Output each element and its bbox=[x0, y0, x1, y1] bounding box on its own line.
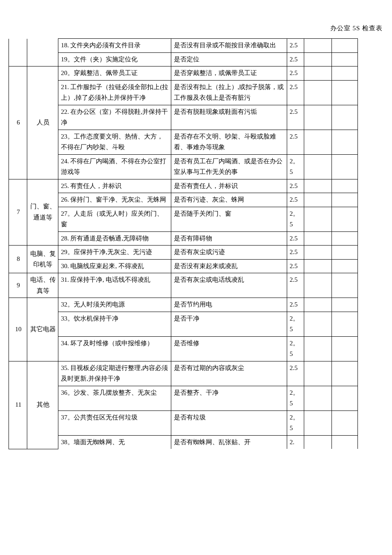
table-row: 6人员20。穿戴整洁、佩带员工证是否穿戴整洁，或佩带员工证2.5 bbox=[9, 66, 358, 81]
blank-cell bbox=[304, 231, 332, 246]
blank-cell bbox=[304, 336, 332, 361]
score: 2.5 bbox=[287, 66, 304, 81]
blank-cell bbox=[304, 52, 332, 66]
table-row: 9电话、传真等31. 应保持干净, 电话线不得凌乱是否有灰尘或电话线凌乱2.5 bbox=[9, 273, 358, 298]
check-standard: 是否有脱鞋现象或鞋面有污垢 bbox=[171, 105, 287, 130]
score: 2.5 bbox=[287, 193, 304, 207]
check-standard: 是否存在不文明、吵架、斗殴或脸难看、事难办等现象 bbox=[171, 130, 287, 154]
check-item: 27。人走后（或无人时）应关闭门、窗 bbox=[58, 207, 171, 231]
blank-cell bbox=[304, 154, 332, 179]
group-number: 11 bbox=[9, 361, 27, 449]
blank-cell bbox=[304, 39, 332, 53]
score: 2。5 bbox=[287, 154, 304, 179]
blank-cell bbox=[332, 386, 358, 410]
check-item: 24. 不得在厂内喝酒、不得在办公室打游戏等 bbox=[58, 154, 171, 179]
table-row: 11其他35. 目视板必须定期进行整理,内容必须及时更新,并保持干净是否有过期的… bbox=[9, 361, 358, 386]
blank-cell bbox=[304, 80, 332, 105]
group-number bbox=[9, 39, 27, 66]
blank-cell bbox=[304, 410, 332, 435]
blank-cell bbox=[304, 179, 332, 193]
group-category: 其它电器 bbox=[27, 298, 58, 361]
check-item: 31. 应保持干净, 电话线不得凌乱 bbox=[58, 273, 171, 298]
check-standard: 是否有灰尘或电话线凌乱 bbox=[171, 273, 287, 298]
blank-cell bbox=[304, 193, 332, 207]
blank-cell bbox=[332, 66, 358, 81]
table-row: 7门、窗、通道等25. 有责任人，并标识是否有责任人，并标识2.5 bbox=[9, 179, 358, 193]
table-row: 38。墙面无蜘蛛网、无是否有蜘蛛网、乱张贴、开2. bbox=[9, 435, 358, 449]
check-item: 34. 坏了及时维修（或申报维修） bbox=[58, 336, 171, 361]
blank-cell bbox=[332, 336, 358, 361]
blank-cell bbox=[332, 246, 358, 260]
group-category: 电脑、复印机等 bbox=[27, 246, 58, 273]
check-standard: 是否整齐、干净 bbox=[171, 386, 287, 410]
check-item: 33。饮水机保持干净 bbox=[58, 312, 171, 336]
group-number: 6 bbox=[9, 66, 27, 179]
check-standard: 是否有员工在厂内喝酒、或是否在办公室从事与工作无关的事 bbox=[171, 154, 287, 179]
check-standard: 是否维修 bbox=[171, 336, 287, 361]
table-row: 28. 所有通道是否畅通,无障碍物是否有障碍物2.5 bbox=[9, 231, 358, 246]
table-row: 8电脑、复印机等29。应保持干净,无灰尘、无污迹是否有灰尘或污迹2.5 bbox=[9, 246, 358, 260]
check-standard: 是否有垃圾 bbox=[171, 410, 287, 435]
group-number: 7 bbox=[9, 179, 27, 246]
table-row: 27。人走后（或无人时）应关闭门、窗是否随手关闭门、窗2。5 bbox=[9, 207, 358, 231]
check-item: 30. 电脑线应束起来, 不得凌乱 bbox=[58, 259, 171, 273]
score: 2。5 bbox=[287, 207, 304, 231]
check-item: 19。文件（夹）实施定位化 bbox=[58, 52, 171, 66]
score: 2.5 bbox=[287, 259, 304, 273]
check-standard: 是否节约用电 bbox=[171, 298, 287, 312]
blank-cell bbox=[332, 298, 358, 312]
blank-cell bbox=[332, 312, 358, 336]
table-row: 37。公共责任区无任何垃圾是否有垃圾2。5 bbox=[9, 410, 358, 435]
table-row: 21. 工作服扣子（拉链必须全部扣上(拉上）,掉了必须补上并保持干净是否没有扣上… bbox=[9, 80, 358, 105]
check-item: 26. 保持门、窗干净、无灰尘、无蛛网 bbox=[58, 193, 171, 207]
blank-cell bbox=[304, 259, 332, 273]
blank-cell bbox=[332, 179, 358, 193]
blank-cell bbox=[304, 246, 332, 260]
check-item: 35. 目视板必须定期进行整理,内容必须及时更新,并保持干净 bbox=[58, 361, 171, 386]
score: 2.5 bbox=[287, 298, 304, 312]
check-item: 18. 文件夹内必须有文件目录 bbox=[58, 39, 171, 53]
check-item: 32。无人时须关闭电源 bbox=[58, 298, 171, 312]
check-item: 20。穿戴整洁、佩带员工证 bbox=[58, 66, 171, 81]
table-row: 36。沙发、茶几摆放整齐、无灰尘是否整齐、干净2。5 bbox=[9, 386, 358, 410]
check-standard: 是否干净 bbox=[171, 312, 287, 336]
blank-cell bbox=[332, 52, 358, 66]
blank-cell bbox=[304, 66, 332, 81]
group-number: 8 bbox=[9, 246, 27, 273]
check-standard: 是否有过期的内容或灰尘 bbox=[171, 361, 287, 386]
checklist-table: 18. 文件夹内必须有文件目录是否没有目录或不能按目录准确取出2.519。文件（… bbox=[9, 38, 358, 449]
check-standard: 是否没有目录或不能按目录准确取出 bbox=[171, 39, 287, 53]
check-standard: 是否没有束起来或凌乱 bbox=[171, 259, 287, 273]
check-standard: 是否穿戴整洁，或佩带员工证 bbox=[171, 66, 287, 81]
group-category bbox=[27, 39, 58, 66]
blank-cell bbox=[304, 105, 332, 130]
check-standard: 是否随手关闭门、窗 bbox=[171, 207, 287, 231]
blank-cell bbox=[304, 435, 332, 449]
score: 2。5 bbox=[287, 410, 304, 435]
check-item: 28. 所有通道是否畅通,无障碍物 bbox=[58, 231, 171, 246]
score: 2.5 bbox=[287, 231, 304, 246]
blank-cell bbox=[304, 298, 332, 312]
score: 2.5 bbox=[287, 52, 304, 66]
score: 2。5 bbox=[287, 336, 304, 361]
score: 2.5 bbox=[287, 105, 304, 130]
blank-cell bbox=[304, 386, 332, 410]
check-item: 37。公共责任区无任何垃圾 bbox=[58, 410, 171, 435]
check-standard: 是否有污迹、灰尘、蛛网 bbox=[171, 193, 287, 207]
blank-cell bbox=[332, 410, 358, 435]
table-row: 33。饮水机保持干净是否干净2。5 bbox=[9, 312, 358, 336]
group-number: 9 bbox=[9, 273, 27, 298]
check-standard: 是否没有扣上（拉上）,或扣子脱落，或工作服及衣领上是否有脏污 bbox=[171, 80, 287, 105]
check-item: 23。工作态度要文明、热情、大方，不得在厂内吵架、斗殴 bbox=[58, 130, 171, 154]
check-standard: 是否有障碍物 bbox=[171, 231, 287, 246]
blank-cell bbox=[332, 154, 358, 179]
blank-cell bbox=[332, 80, 358, 105]
score: 2.5 bbox=[287, 80, 304, 105]
group-category: 人员 bbox=[27, 66, 58, 179]
check-item: 36。沙发、茶几摆放整齐、无灰尘 bbox=[58, 386, 171, 410]
blank-cell bbox=[332, 259, 358, 273]
group-category: 电话、传真等 bbox=[27, 273, 58, 298]
blank-cell bbox=[304, 312, 332, 336]
table-row: 34. 坏了及时维修（或申报维修）是否维修2。5 bbox=[9, 336, 358, 361]
table-row: 30. 电脑线应束起来, 不得凌乱是否没有束起来或凌乱2.5 bbox=[9, 259, 358, 273]
